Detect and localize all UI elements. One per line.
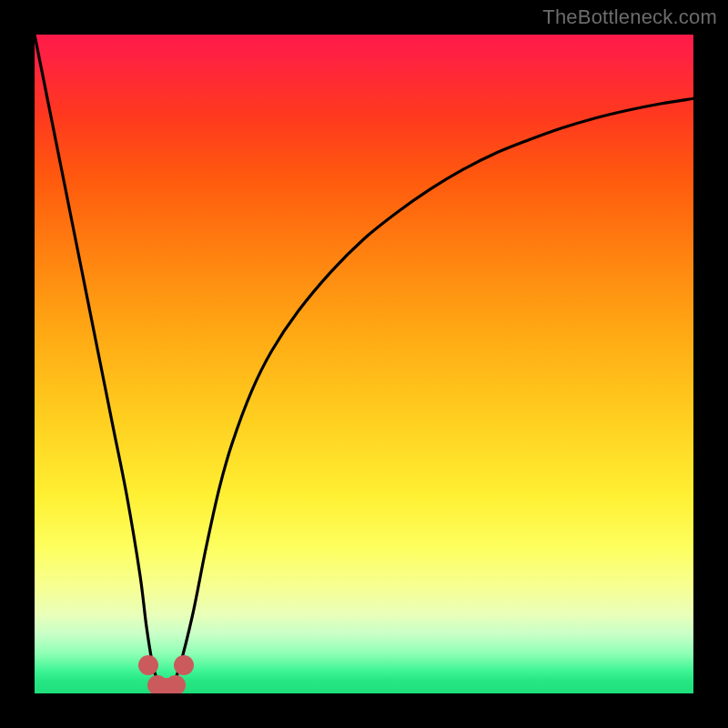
chart-frame: TheBottleneck.com [0,0,728,728]
curve-markers [35,35,693,693]
plot-area [35,35,693,693]
curve-marker [138,655,158,675]
curve-marker [174,655,194,675]
watermark-text: TheBottleneck.com [542,5,717,29]
curve-marker [166,675,186,693]
